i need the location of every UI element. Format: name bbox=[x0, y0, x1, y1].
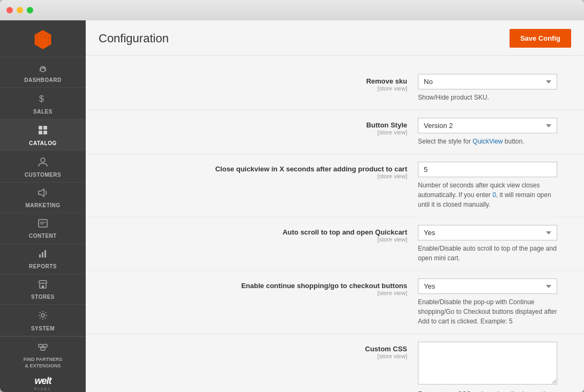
remove-sku-label-col: Remove sku [store view] bbox=[86, 74, 418, 92]
main-content: Configuration Save Config Remove sku [st… bbox=[86, 20, 584, 392]
sidebar-logo bbox=[0, 20, 86, 57]
config-row-custom-css: Custom CSS [store view] Enter custom CSS… bbox=[86, 334, 584, 392]
save-config-button[interactable]: Save Config bbox=[510, 29, 571, 48]
sidebar-item-sales[interactable]: $ SALES bbox=[0, 88, 86, 119]
remove-sku-select[interactable]: No Yes bbox=[418, 74, 557, 89]
catalog-label: CATALOG bbox=[29, 140, 56, 146]
stores-icon bbox=[38, 280, 48, 292]
svg-point-15 bbox=[41, 314, 44, 317]
auto-scroll-select[interactable]: Yes No bbox=[418, 225, 557, 240]
system-label: SYSTEM bbox=[31, 326, 55, 331]
svg-rect-12 bbox=[44, 250, 46, 258]
button-style-label-col: Button Style [store view] bbox=[86, 118, 418, 135]
titlebar-buttons bbox=[6, 7, 33, 13]
sidebar-item-catalog[interactable]: CATALOG bbox=[0, 119, 86, 151]
button-style-scope: [store view] bbox=[86, 129, 407, 135]
config-row-remove-sku: Remove sku [store view] No Yes Show/Hide… bbox=[86, 66, 584, 110]
button-style-help: Select the style for QuickView button. bbox=[418, 137, 557, 146]
svg-rect-3 bbox=[43, 126, 47, 130]
marketing-icon bbox=[38, 188, 48, 200]
sidebar-item-marketing[interactable]: MARKETING bbox=[0, 183, 86, 213]
svg-rect-5 bbox=[43, 131, 47, 134]
sidebar-item-dashboard[interactable]: DASHBOARD bbox=[0, 57, 86, 88]
reports-label: REPORTS bbox=[29, 263, 57, 269]
partners-icon bbox=[38, 342, 48, 355]
auto-scroll-label-col: Auto scroll to top and open Quickcart [s… bbox=[86, 225, 418, 243]
stores-label: STORES bbox=[31, 294, 55, 300]
sidebar-item-content[interactable]: CONTENT bbox=[0, 213, 86, 244]
close-quickview-help: Number of seconds after quick view close… bbox=[418, 180, 557, 209]
auto-scroll-help: Enable/Disable auto scroll to top of the… bbox=[418, 244, 557, 263]
custom-css-textarea[interactable] bbox=[418, 342, 557, 385]
button-style-label: Button Style bbox=[86, 121, 407, 129]
system-icon bbox=[38, 310, 48, 323]
sales-label: SALES bbox=[33, 109, 53, 115]
svg-rect-7 bbox=[39, 220, 47, 227]
close-quickview-control: Number of seconds after quick view close… bbox=[418, 162, 571, 209]
minimize-button[interactable] bbox=[17, 7, 23, 13]
svg-rect-17 bbox=[43, 344, 47, 347]
sidebar-item-customers[interactable]: CUSTOMERS bbox=[0, 151, 86, 183]
app-body: DASHBOARD $ SALES bbox=[0, 20, 584, 392]
page-title: Configuration bbox=[99, 32, 169, 46]
content-icon bbox=[38, 218, 48, 231]
continue-shopping-select[interactable]: Yes No bbox=[418, 278, 557, 294]
sidebar-item-reports[interactable]: REPORTS bbox=[0, 244, 86, 274]
auto-scroll-control: Yes No Enable/Disable auto scroll to top… bbox=[418, 225, 571, 263]
continue-shopping-label-col: Enable continue shopping/go to checkout … bbox=[86, 278, 418, 296]
content-header: Configuration Save Config bbox=[86, 20, 584, 56]
magento-logo-icon bbox=[33, 30, 53, 49]
auto-scroll-label: Auto scroll to top and open Quickcart bbox=[86, 228, 407, 236]
svg-rect-11 bbox=[42, 252, 43, 258]
catalog-icon bbox=[38, 125, 48, 138]
sidebar-item-stores[interactable]: STORES bbox=[0, 274, 86, 305]
close-quickview-label: Close quickview in X seconds after addin… bbox=[86, 165, 407, 173]
custom-css-help: Enter custom CSS code and easily change … bbox=[418, 389, 557, 392]
continue-shopping-label: Enable continue shopping/go to checkout … bbox=[86, 282, 407, 290]
reports-icon bbox=[38, 249, 48, 261]
config-row-continue-shopping: Enable continue shopping/go to checkout … bbox=[86, 271, 584, 334]
customers-label: CUSTOMERS bbox=[25, 172, 61, 178]
svg-rect-16 bbox=[39, 344, 42, 347]
auto-scroll-scope: [store view] bbox=[86, 236, 407, 243]
custom-css-control: Enter custom CSS code and easily change … bbox=[418, 342, 571, 392]
button-style-control: Version 1 Version 2 Version 3 Select the… bbox=[418, 118, 571, 146]
sidebar-footer[interactable]: FIND PARTNERS& EXTENSIONS welt pixel bbox=[0, 336, 86, 392]
custom-css-scope: [store view] bbox=[86, 353, 407, 359]
content-label: CONTENT bbox=[29, 233, 57, 239]
config-form: Remove sku [store view] No Yes Show/Hide… bbox=[86, 56, 584, 392]
remove-sku-label: Remove sku bbox=[86, 77, 407, 85]
dashboard-icon bbox=[38, 63, 48, 75]
marketing-label: MARKETING bbox=[25, 202, 60, 208]
svg-rect-4 bbox=[39, 131, 42, 134]
svg-point-6 bbox=[41, 158, 45, 162]
partners-label: FIND PARTNERS& EXTENSIONS bbox=[24, 357, 62, 369]
remove-sku-control: No Yes Show/Hide product SKU. bbox=[418, 74, 571, 102]
close-quickview-scope: [store view] bbox=[86, 173, 407, 179]
svg-rect-18 bbox=[41, 348, 45, 350]
close-quickview-input[interactable] bbox=[418, 162, 557, 177]
customers-icon bbox=[38, 156, 48, 170]
continue-shopping-help: Enable/Disable the pop-up with Continue … bbox=[418, 297, 557, 326]
welt-brand: welt bbox=[34, 375, 52, 387]
custom-css-label: Custom CSS bbox=[86, 345, 407, 353]
button-style-select[interactable]: Version 1 Version 2 Version 3 bbox=[418, 118, 557, 133]
continue-shopping-scope: [store view] bbox=[86, 290, 407, 296]
maximize-button[interactable] bbox=[27, 7, 33, 13]
sales-icon: $ bbox=[38, 93, 48, 107]
svg-rect-2 bbox=[39, 126, 42, 130]
welt-pixel: pixel bbox=[34, 387, 52, 391]
svg-text:$: $ bbox=[39, 94, 44, 103]
svg-rect-14 bbox=[42, 285, 44, 288]
titlebar bbox=[0, 0, 584, 20]
config-row-button-style: Button Style [store view] Version 1 Vers… bbox=[86, 110, 584, 154]
continue-shopping-control: Yes No Enable/Disable the pop-up with Co… bbox=[418, 278, 571, 326]
custom-css-label-col: Custom CSS [store view] bbox=[86, 342, 418, 359]
close-button[interactable] bbox=[6, 7, 13, 13]
app-window: DASHBOARD $ SALES bbox=[0, 0, 584, 392]
svg-rect-10 bbox=[39, 254, 41, 258]
sidebar: DASHBOARD $ SALES bbox=[0, 20, 86, 392]
close-quickview-label-col: Close quickview in X seconds after addin… bbox=[86, 162, 418, 179]
sidebar-item-system[interactable]: SYSTEM bbox=[0, 305, 86, 336]
dashboard-label: DASHBOARD bbox=[24, 77, 62, 83]
